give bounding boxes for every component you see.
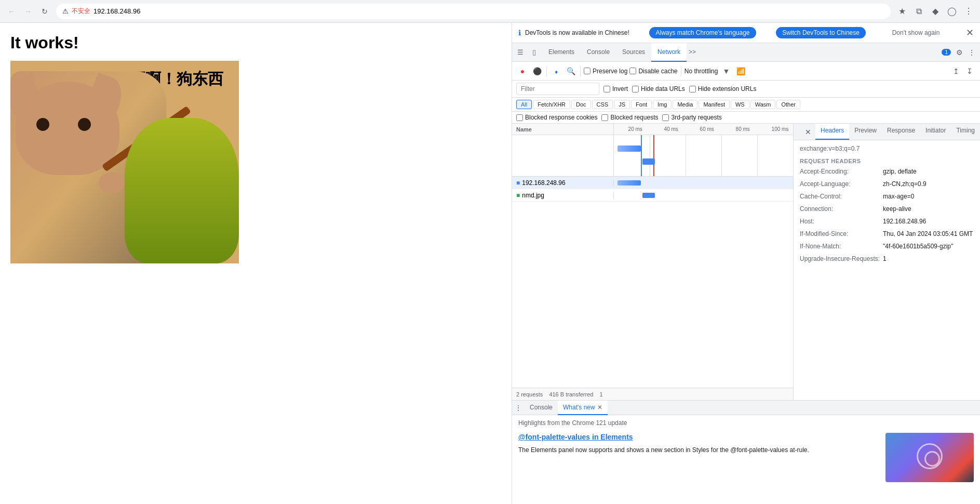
wifi-icon[interactable]: 📶 (734, 65, 747, 77)
devtools-tab-icons: ☰ ▯ (514, 46, 540, 59)
filter-type-media[interactable]: Media (673, 100, 697, 109)
preserve-log-checkbox[interactable]: Preserve log (584, 68, 627, 75)
bottom-tabs: ⋮ Console What's new ✕ (512, 401, 980, 415)
filter-input[interactable] (516, 83, 599, 95)
bottom-tab-whats-new[interactable]: What's new ✕ (558, 401, 608, 415)
tick-40ms: 40 ms (664, 126, 678, 132)
devtools-tabs: ☰ ▯ Elements Console Sources Network >> … (512, 43, 980, 62)
request-timeline-bar-0 (617, 180, 641, 185)
filter-type-wasm[interactable]: Wasm (750, 100, 776, 109)
tab-elements[interactable]: Elements (542, 43, 581, 62)
invert-checkbox[interactable]: Invert (603, 85, 628, 92)
devtools-settings-icon[interactable]: ⚙ (953, 46, 965, 59)
devtools-icon[interactable]: ⧉ (911, 4, 926, 19)
toolbar-separator-3 (681, 66, 681, 76)
whats-new-circle-2 (924, 451, 940, 467)
record-button[interactable]: ● (516, 65, 529, 77)
tabs-overflow: 1 ⚙ ⋮ (939, 46, 978, 59)
browser-toolbar-icons: ★ ⧉ ◆ ◯ ⋮ (895, 4, 976, 19)
bottom-panel-menu-icon[interactable]: ⋮ (512, 402, 525, 414)
tab-network[interactable]: Network (651, 43, 687, 62)
reload-button[interactable]: ↻ (37, 4, 52, 19)
match-language-button[interactable]: Always match Chrome's language (649, 27, 756, 38)
profile-icon[interactable]: ◯ (945, 4, 959, 19)
third-party-requests-checkbox[interactable]: 3rd-party requests (662, 114, 721, 121)
details-tab-headers[interactable]: Headers (815, 124, 849, 140)
details-tab-response[interactable]: Response (882, 124, 920, 140)
resource-size: 1 (599, 391, 602, 397)
blocked-response-cookies-checkbox[interactable]: Blocked response cookies (516, 114, 597, 121)
status-bar: 2 requests 416 B transferred 1 (512, 388, 793, 400)
details-row-3: Connection: keep-alive (794, 203, 980, 215)
filter-type-doc[interactable]: Doc (571, 100, 591, 109)
throttling-dropdown[interactable]: ▼ (720, 65, 732, 77)
whats-new-subtitle: Highlights from the Chrome 121 update (518, 419, 974, 427)
request-row-1[interactable]: ■ nmd.jpg (512, 189, 793, 202)
details-row-5: If-Modified-Since: Thu, 04 Jan 2024 03:0… (794, 228, 980, 240)
filter-type-other[interactable]: Other (776, 100, 800, 109)
details-tab-timing[interactable]: Timing (951, 124, 980, 140)
filter-type-manifest[interactable]: Manifest (699, 100, 730, 109)
dont-show-again-button[interactable]: Don't show again (886, 27, 946, 38)
toolbar-separator-2 (580, 66, 581, 76)
extension-icon[interactable]: ◆ (928, 4, 943, 19)
filter-type-all[interactable]: All (516, 100, 532, 109)
menu-icon[interactable]: ⋮ (961, 4, 976, 19)
bottom-tab-close-icon[interactable]: ✕ (597, 404, 602, 411)
disable-cache-input[interactable] (629, 68, 636, 74)
import-button[interactable]: ↥ (950, 65, 962, 77)
filter-icon[interactable]: ⬧ (550, 65, 562, 77)
switch-to-chinese-button[interactable]: Switch DevTools to Chinese (776, 27, 866, 38)
filter-type-img[interactable]: Img (653, 100, 672, 109)
tick-20ms: 20 ms (628, 126, 642, 132)
details-tab-preview[interactable]: Preview (849, 124, 882, 140)
search-icon[interactable]: 🔍 (565, 65, 577, 77)
hide-data-urls-input[interactable] (632, 86, 639, 92)
tab-more[interactable]: >> (687, 43, 698, 62)
devtools-more-icon[interactable]: ⋮ (965, 46, 978, 59)
invert-input[interactable] (603, 86, 610, 92)
hide-extension-urls-checkbox[interactable]: Hide extension URLs (689, 85, 757, 92)
filter-type-ws[interactable]: WS (731, 100, 749, 109)
hide-data-urls-checkbox[interactable]: Hide data URLs (632, 85, 685, 92)
inspect-icon[interactable]: ☰ (514, 46, 527, 59)
tab-sources[interactable]: Sources (616, 43, 651, 62)
tab-console[interactable]: Console (581, 43, 616, 62)
disable-cache-checkbox[interactable]: Disable cache (629, 68, 677, 75)
blocked-requests-checkbox[interactable]: Blocked requests (601, 114, 658, 121)
filter-type-js[interactable]: JS (614, 100, 630, 109)
info-icon: ℹ (518, 29, 521, 37)
details-close-button[interactable]: ✕ (801, 124, 815, 140)
requests-list: ■ 192.168.248.96 ■ nmd.jpg (512, 177, 793, 388)
preserve-log-input[interactable] (584, 68, 590, 74)
request-row-0[interactable]: ■ 192.168.248.96 (512, 177, 793, 189)
details-tab-initiator[interactable]: Initiator (920, 124, 951, 140)
filter-bar: Invert Hide data URLs Hide extension URL… (512, 81, 980, 98)
request-timeline-1 (614, 189, 793, 201)
banner-message: DevTools is now available in Chinese! (525, 29, 629, 36)
blocked-response-cookies-input[interactable] (516, 114, 523, 121)
doc-icon: ■ (516, 179, 520, 187)
load-line (653, 135, 654, 176)
export-button[interactable]: ↧ (963, 65, 976, 77)
details-row-exchange: exchange:v=b3;q=0.7 (794, 142, 980, 155)
whats-new-feature-title[interactable]: @font-palette-values in Elements (518, 433, 879, 441)
stop-recording-button[interactable]: ⚫ (531, 65, 543, 77)
address-input[interactable] (93, 7, 884, 15)
banner-close-button[interactable]: ✕ (966, 27, 974, 38)
filter-type-fetch-xhr[interactable]: Fetch/XHR (533, 100, 570, 109)
hide-extension-urls-input[interactable] (689, 86, 696, 92)
timeline-column-header: 20 ms 40 ms 60 ms 80 ms 100 ms (614, 124, 793, 135)
filter-type-font[interactable]: Font (631, 100, 652, 109)
blocked-requests-input[interactable] (601, 114, 608, 121)
bottom-content: Highlights from the Chrome 121 update @f… (512, 415, 980, 504)
third-party-requests-input[interactable] (662, 114, 669, 121)
filter-type-css[interactable]: CSS (592, 100, 613, 109)
bookmark-icon[interactable]: ★ (895, 4, 909, 19)
no-throttling-label: No throttling (684, 68, 718, 75)
bottom-tab-console[interactable]: Console (525, 401, 558, 415)
forward-button[interactable]: → (21, 4, 35, 19)
details-row-4: Host: 192.168.248.96 (794, 215, 980, 228)
back-button[interactable]: ← (4, 4, 19, 19)
device-toolbar-icon[interactable]: ▯ (528, 46, 540, 59)
